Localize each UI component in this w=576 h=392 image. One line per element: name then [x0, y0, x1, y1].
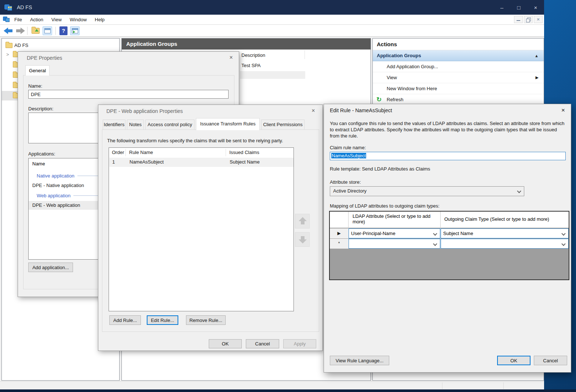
- tab-general[interactable]: General: [25, 65, 50, 76]
- ok-button[interactable]: OK: [497, 356, 531, 365]
- up-one-level-icon[interactable]: [32, 28, 40, 34]
- ldap-attribute-select-new[interactable]: [349, 239, 440, 249]
- status-divider: [442, 382, 442, 389]
- status-bar: [0, 381, 544, 389]
- actions-group-application-groups[interactable]: Application Groups ▲: [373, 50, 544, 61]
- minimize-icon[interactable]: –: [493, 0, 510, 15]
- close-icon[interactable]: ×: [309, 107, 317, 114]
- maximize-icon[interactable]: □: [510, 0, 527, 15]
- child-restore-icon[interactable]: [524, 16, 533, 23]
- dialog-title-bar: DPE Properties ×: [18, 52, 239, 64]
- folder-icon: [6, 43, 12, 48]
- attribute-store-label: Attribute store:: [330, 179, 361, 185]
- dialog-title-bar: Edit Rule - NameAsSubject ×: [324, 104, 571, 117]
- claim-rule-name-label: Claim rule name:: [330, 145, 366, 150]
- attribute-store-select[interactable]: Active Directory: [330, 186, 524, 196]
- ldap-attribute-select[interactable]: User-Principal-Name: [349, 228, 440, 238]
- edit-rule-dialog: Edit Rule - NameAsSubject × You can conf…: [324, 104, 571, 373]
- help-icon[interactable]: ?: [59, 26, 68, 35]
- actions-pane-title: Actions: [373, 39, 544, 50]
- rule-row-nameassubject[interactable]: 1 NameAsSubject Subject Name: [109, 158, 294, 167]
- menu-file[interactable]: File: [10, 15, 26, 24]
- add-rule-button[interactable]: Add Rule...: [109, 315, 141, 325]
- show-action-pane-icon[interactable]: [70, 26, 80, 35]
- action-new-window[interactable]: New Window from Here: [373, 83, 544, 94]
- column-divider[interactable]: [305, 50, 305, 59]
- column-order[interactable]: Order: [112, 150, 124, 155]
- tab-issuance-transform-rules[interactable]: Issuance Transform Rules: [196, 118, 260, 130]
- rule-template-text: Rule template: Send LDAP Attributes as C…: [330, 166, 430, 172]
- forward-icon[interactable]: [15, 28, 25, 34]
- collapse-caret-icon[interactable]: ▲: [535, 54, 539, 58]
- edit-rule-button[interactable]: Edit Rule...: [147, 315, 178, 325]
- adfs-app-icon-small: [3, 16, 10, 23]
- name-input[interactable]: [28, 90, 229, 99]
- taskbar[interactable]: [0, 389, 576, 392]
- adfs-app-icon: [4, 4, 12, 11]
- child-minimize-icon[interactable]: [514, 16, 523, 23]
- menu-action[interactable]: Action: [26, 15, 47, 24]
- mapping-row-1: ▶ User-Principal-Name Subject Name: [330, 228, 569, 238]
- claim-rule-name-input[interactable]: NameAsSubject: [330, 152, 566, 160]
- grid-column-ldap-attribute: LDAP Attribute (Select or type to add mo…: [353, 213, 437, 224]
- column-rule-name[interactable]: Rule Name: [129, 150, 153, 155]
- chevron-down-icon: [517, 189, 521, 193]
- ok-button[interactable]: OK: [209, 339, 242, 348]
- close-icon[interactable]: ×: [527, 0, 544, 15]
- view-rule-language-button[interactable]: View Rule Language...: [330, 356, 389, 365]
- status-divider: [503, 382, 504, 389]
- menu-help[interactable]: Help: [91, 15, 109, 24]
- mapping-row-new: *: [330, 239, 569, 249]
- chevron-down-icon: [561, 231, 565, 235]
- action-add-application-group[interactable]: Add Application Group...: [373, 61, 544, 72]
- column-header-description[interactable]: Description: [241, 52, 265, 58]
- move-rule-down-button: [295, 232, 310, 247]
- expander-icon[interactable]: >: [6, 52, 9, 57]
- back-icon[interactable]: [4, 28, 13, 34]
- rule-description: You can configure this rule to send the …: [330, 120, 568, 139]
- outgoing-claim-type-select-new[interactable]: [441, 239, 569, 249]
- cancel-button[interactable]: Cancel: [246, 339, 279, 348]
- show-console-tree-icon[interactable]: [43, 26, 52, 35]
- transform-rules-table: Order Rule Name Issued Claims 1 NameAsSu…: [109, 147, 294, 311]
- menu-view[interactable]: View: [47, 15, 66, 24]
- applications-label: Applications:: [28, 151, 55, 157]
- tree-item-adfs-root[interactable]: AD FS: [2, 41, 119, 50]
- move-rule-up-button: [295, 214, 310, 228]
- action-view[interactable]: View ▶: [373, 72, 544, 83]
- window-title: AD FS: [17, 4, 32, 10]
- tab-client-permissions[interactable]: Client Permissions: [261, 120, 305, 130]
- title-bar: AD FS – □ ×: [0, 0, 544, 15]
- chevron-down-icon: [433, 231, 437, 235]
- menu-bar: File Action View Window Help ×: [0, 15, 544, 25]
- refresh-icon: ↻: [376, 96, 382, 103]
- tab-identifiers[interactable]: Identifiers: [103, 120, 125, 130]
- grid-column-outgoing-claim-type: Outgoing Claim Type (Select or type to a…: [444, 216, 569, 222]
- column-issued-claims[interactable]: Issued Claims: [229, 150, 259, 155]
- child-window-controls: ×: [514, 16, 543, 23]
- close-icon[interactable]: ×: [559, 107, 567, 114]
- tab-access-control-policy[interactable]: Access control policy: [145, 120, 194, 130]
- add-application-button[interactable]: Add application...: [28, 263, 73, 272]
- description-label: Description:: [28, 106, 54, 111]
- dialog-title: Edit Rule - NameAsSubject: [330, 107, 392, 113]
- child-close-icon[interactable]: ×: [534, 16, 543, 23]
- list-cell-description[interactable]: Test SPA: [241, 63, 261, 68]
- desktop: AD FS – □ × File Action View Window Help…: [0, 0, 576, 392]
- remove-rule-button[interactable]: Remove Rule...: [186, 315, 226, 325]
- chevron-down-icon: [561, 242, 565, 246]
- mapping-grid: LDAP Attribute (Select or type to add mo…: [329, 211, 569, 280]
- close-icon[interactable]: ×: [227, 54, 235, 61]
- toolbar-separator: [55, 27, 56, 35]
- new-row-marker-icon: *: [330, 239, 348, 249]
- selected-list-row[interactable]: [240, 71, 305, 79]
- dialog-title: DPE Properties: [27, 55, 62, 61]
- outgoing-claim-type-select[interactable]: Subject Name: [441, 228, 569, 238]
- list-column-name[interactable]: Name: [32, 161, 45, 166]
- dialog-title-bar: DPE - Web application Properties ×: [98, 105, 322, 117]
- tab-notes[interactable]: Notes: [127, 120, 144, 130]
- menu-window[interactable]: Window: [66, 15, 91, 24]
- mapping-label: Mapping of LDAP attributes to outgoing c…: [330, 203, 440, 209]
- cancel-button[interactable]: Cancel: [534, 356, 567, 365]
- webapp-properties-dialog: DPE - Web application Properties × Ident…: [98, 105, 323, 351]
